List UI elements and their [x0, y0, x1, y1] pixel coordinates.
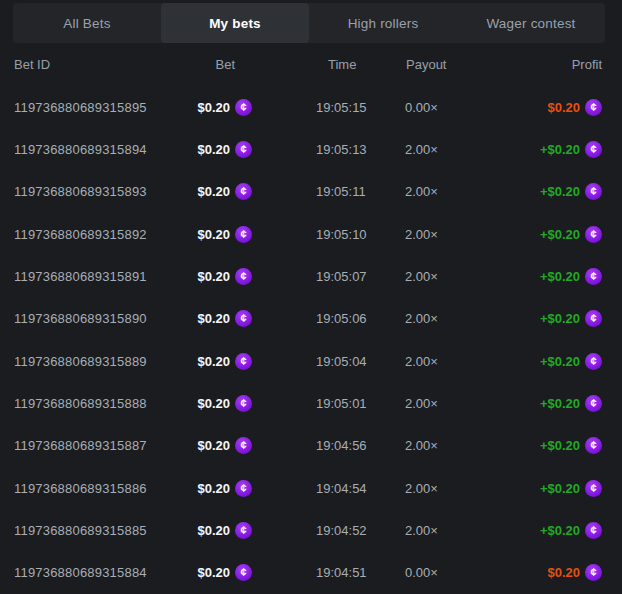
bet-profit: +$0.20: [540, 142, 580, 157]
bet-profit-cell: +$0.20¢: [490, 480, 602, 497]
bet-time: 19:04:56: [252, 438, 380, 453]
bet-payout-multiplier: 2.00×: [380, 354, 490, 369]
tab-my-bets[interactable]: My bets: [161, 3, 309, 43]
coin-icon: ¢: [585, 226, 602, 243]
coin-icon: ¢: [585, 99, 602, 116]
bet-time: 19:04:54: [252, 481, 380, 496]
bet-payout-multiplier: 2.00×: [380, 184, 490, 199]
table-row[interactable]: 119736880689315889$0.20¢19:05:042.00×+$0…: [0, 340, 622, 382]
bet-profit: +$0.20: [540, 227, 580, 242]
column-header-payout: Payout: [380, 57, 490, 72]
table-row[interactable]: 119736880689315890$0.20¢19:05:062.00×+$0…: [0, 298, 622, 340]
bets-table-body: 119736880689315895$0.20¢19:05:150.00×$0.…: [0, 86, 622, 594]
bet-amount-cell: $0.20¢: [184, 437, 252, 454]
bet-profit: +$0.20: [540, 523, 580, 538]
coin-icon: ¢: [235, 268, 252, 285]
bet-payout-multiplier: 0.00×: [380, 565, 490, 580]
table-row[interactable]: 119736880689315885$0.20¢19:04:522.00×+$0…: [0, 509, 622, 551]
bet-id: 119736880689315894: [14, 142, 184, 157]
bet-amount-cell: $0.20¢: [184, 268, 252, 285]
bet-amount: $0.20: [197, 311, 230, 326]
bet-profit: +$0.20: [540, 311, 580, 326]
bet-amount: $0.20: [197, 438, 230, 453]
bet-payout-multiplier: 2.00×: [380, 227, 490, 242]
bet-amount-cell: $0.20¢: [184, 353, 252, 370]
bet-payout-multiplier: 2.00×: [380, 438, 490, 453]
bet-amount-cell: $0.20¢: [184, 310, 252, 327]
coin-icon: ¢: [235, 480, 252, 497]
bet-amount: $0.20: [197, 100, 230, 115]
table-header: Bet ID Bet Time Payout Profit: [0, 43, 622, 86]
coin-icon: ¢: [585, 437, 602, 454]
bet-time: 19:05:06: [252, 311, 380, 326]
coin-icon: ¢: [235, 353, 252, 370]
bet-time: 19:05:07: [252, 269, 380, 284]
bet-profit-cell: $0.20¢: [490, 564, 602, 581]
bet-id: 119736880689315886: [14, 481, 184, 496]
bet-amount: $0.20: [197, 396, 230, 411]
coin-icon: ¢: [235, 310, 252, 327]
coin-icon: ¢: [585, 353, 602, 370]
tab-wager-contest[interactable]: Wager contest: [457, 3, 605, 43]
table-row[interactable]: 119736880689315887$0.20¢19:04:562.00×+$0…: [0, 425, 622, 467]
bet-amount: $0.20: [197, 142, 230, 157]
bet-profit: +$0.20: [540, 184, 580, 199]
bet-id: 119736880689315895: [14, 100, 184, 115]
column-header-time: Time: [252, 57, 380, 72]
table-row[interactable]: 119736880689315893$0.20¢19:05:112.00×+$0…: [0, 171, 622, 213]
bet-profit: +$0.20: [540, 481, 580, 496]
bet-amount: $0.20: [197, 354, 230, 369]
bet-payout-multiplier: 2.00×: [380, 523, 490, 538]
bet-amount-cell: $0.20¢: [184, 99, 252, 116]
bet-amount-cell: $0.20¢: [184, 183, 252, 200]
bet-payout-multiplier: 2.00×: [380, 396, 490, 411]
tab-high-rollers[interactable]: High rollers: [309, 3, 457, 43]
bet-id: 119736880689315891: [14, 269, 184, 284]
coin-icon: ¢: [585, 480, 602, 497]
column-header-bet-id: Bet ID: [14, 57, 184, 72]
bet-amount: $0.20: [197, 227, 230, 242]
bet-profit-cell: +$0.20¢: [490, 141, 602, 158]
table-row[interactable]: 119736880689315892$0.20¢19:05:102.00×+$0…: [0, 213, 622, 255]
tab-all-bets[interactable]: All Bets: [13, 3, 161, 43]
bet-profit-cell: +$0.20¢: [490, 310, 602, 327]
bet-amount-cell: $0.20¢: [184, 522, 252, 539]
bet-profit: +$0.20: [540, 438, 580, 453]
table-row[interactable]: 119736880689315886$0.20¢19:04:542.00×+$0…: [0, 467, 622, 509]
bet-amount: $0.20: [197, 565, 230, 580]
bet-time: 19:05:04: [252, 354, 380, 369]
coin-icon: ¢: [585, 141, 602, 158]
bet-id: 119736880689315890: [14, 311, 184, 326]
bet-payout-multiplier: 0.00×: [380, 100, 490, 115]
bet-profit-cell: +$0.20¢: [490, 226, 602, 243]
table-row[interactable]: 119736880689315894$0.20¢19:05:132.00×+$0…: [0, 128, 622, 170]
coin-icon: ¢: [585, 268, 602, 285]
coin-icon: ¢: [585, 395, 602, 412]
bet-profit-cell: +$0.20¢: [490, 437, 602, 454]
bet-time: 19:04:52: [252, 523, 380, 538]
bet-time: 19:05:11: [252, 184, 380, 199]
bet-profit: +$0.20: [540, 396, 580, 411]
column-header-bet: Bet: [184, 57, 252, 72]
table-row[interactable]: 119736880689315891$0.20¢19:05:072.00×+$0…: [0, 255, 622, 297]
coin-icon: ¢: [235, 183, 252, 200]
table-row[interactable]: 119736880689315888$0.20¢19:05:012.00×+$0…: [0, 382, 622, 424]
bet-time: 19:05:01: [252, 396, 380, 411]
coin-icon: ¢: [235, 395, 252, 412]
bet-amount-cell: $0.20¢: [184, 141, 252, 158]
bet-amount: $0.20: [197, 184, 230, 199]
coin-icon: ¢: [235, 522, 252, 539]
table-row[interactable]: 119736880689315895$0.20¢19:05:150.00×$0.…: [0, 86, 622, 128]
bet-payout-multiplier: 2.00×: [380, 311, 490, 326]
column-header-profit: Profit: [490, 57, 602, 72]
bet-amount-cell: $0.20¢: [184, 226, 252, 243]
bet-profit-cell: $0.20¢: [490, 99, 602, 116]
bet-payout-multiplier: 2.00×: [380, 142, 490, 157]
bet-amount: $0.20: [197, 481, 230, 496]
bet-amount: $0.20: [197, 523, 230, 538]
table-row[interactable]: 119736880689315884$0.20¢19:04:510.00×$0.…: [0, 552, 622, 594]
bet-time: 19:05:10: [252, 227, 380, 242]
bet-time: 19:04:51: [252, 565, 380, 580]
bet-profit: $0.20: [547, 565, 580, 580]
bet-time: 19:05:13: [252, 142, 380, 157]
